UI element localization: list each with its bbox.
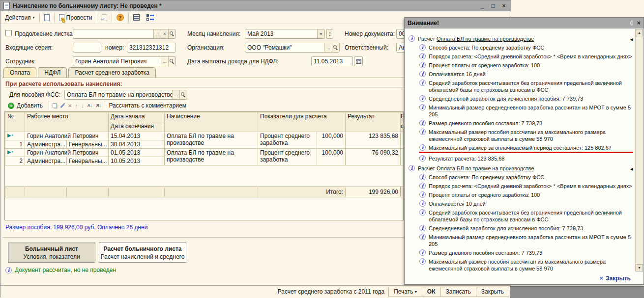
tab-average-earnings[interactable]: Расчет среднего заработка [68,67,156,78]
close-button[interactable]: × [500,2,508,9]
structure-settings-button[interactable] [144,13,156,22]
post-document-button[interactable]: Провести [57,13,95,22]
fss-benefit-field[interactable]: Оплата БЛ по травме на производстве ... [64,90,187,100]
number-field[interactable]: 321312321312 [127,43,176,53]
cell-indicator-value[interactable]: 100,000 [317,132,346,149]
log-line: iПроцент оплаты от среднего заработка: 1… [419,62,633,69]
sort-desc-icon[interactable]: Я↓ [96,103,101,108]
continuation-field[interactable]: ... × [73,29,176,39]
col-header-accrual[interactable]: Начисление [165,112,258,132]
sheet-button-sick-list[interactable]: Больничный лист Условия, показатели [8,243,95,263]
ellipsis-button[interactable]: ... [172,90,179,99]
ellipsis-button[interactable]: ... [324,43,332,52]
search-button[interactable] [332,43,339,52]
cell-date-start[interactable]: 01.05.2013 [109,149,165,157]
undo-posting-button[interactable]: ↩ [99,13,110,22]
edit-row-icon[interactable] [60,103,64,108]
delete-row-icon[interactable]: × [68,103,71,108]
cell-indicator-value[interactable]: 100,000 [317,149,346,165]
incoming-series-field[interactable] [73,43,101,53]
attention-panel-header[interactable]: Внимание! × [405,18,644,28]
cell-work2[interactable]: Генеральны... [67,157,109,165]
scroll-down-icon[interactable]: ▼ [636,264,643,271]
organization-field[interactable]: ООО "Ромашки" ... [245,43,340,53]
close-x-icon[interactable]: × [599,274,603,282]
copy-row-icon[interactable] [53,103,57,108]
col-header-date-start[interactable]: Дата начала [109,112,165,122]
cell-date-end[interactable]: 10.05.2013 [109,157,165,165]
calc-block-header[interactable]: i Расчет Оплата БЛ по травме на производ… [409,165,633,172]
list-settings-button[interactable] [131,13,142,22]
cell-work2[interactable]: Генеральны... [67,140,109,149]
spin-down-icon[interactable]: ▼ [329,34,331,37]
col-header-date-end[interactable]: Дата окончания [109,122,165,132]
print-button[interactable]: Печать ▾ [389,287,422,297]
employee-field[interactable]: Горин Анатолий Петрович ... [73,56,176,66]
cell-result[interactable]: 76 090,32 [346,149,401,165]
ellipsis-button[interactable]: ... [161,57,168,66]
cell-accrual[interactable]: Оплата БЛ по травме на производстве [165,132,258,149]
sheet-button-calculation[interactable]: Расчет больничного листа Расчет начислен… [99,243,186,263]
cell-person[interactable]: Горин Анатолий Петрович [25,149,109,157]
cell-work1[interactable]: Администра... [25,157,67,165]
search-button[interactable] [168,57,176,66]
tab-ndfl[interactable]: НДФЛ [38,67,67,78]
move-down-icon[interactable]: ↓ [81,103,84,108]
col-header-indicators[interactable]: Показатели для расчета [258,112,346,132]
ndfl-date-field[interactable]: 11.05.2013 [311,56,353,66]
collapse-icon[interactable]: ◀ [630,36,633,43]
cell-indicator[interactable]: Процент среднего заработка [258,132,317,149]
cell-work1[interactable]: Администра... [25,140,67,149]
col-header-num[interactable]: № [5,112,25,132]
minimize-button[interactable]: _ [478,2,486,9]
info-icon: i [419,80,426,86]
title-bar[interactable]: Начисление по больничному листу: Не пров… [0,0,511,11]
clear-button[interactable]: × [161,29,168,38]
save-document-button[interactable]: ← [42,13,52,22]
accrual-link[interactable]: Оплата БЛ по травме на производстве [437,165,534,171]
move-up-icon[interactable]: ↑ [75,103,78,108]
pin-icon[interactable] [630,21,633,26]
cell-num[interactable]: 1 [5,140,25,149]
sort-asc-icon[interactable]: А↓ [87,103,92,108]
close-form-button[interactable]: Закрыть [476,287,509,297]
add-row-button[interactable]: + Добавить [5,101,45,110]
table-command-bar: + Добавить × ↑ ↓ А↓ Я↓ Рассчитать с комм… [5,101,186,110]
cell-person[interactable]: Горин Анатолий Петрович [25,132,109,140]
table-row[interactable]: ▶● Горин Анатолий Петрович 01.05.2013 Оп… [5,149,404,157]
cell-date-start[interactable]: 15.04.2013 [109,132,165,140]
table-row[interactable]: ▶● Горин Анатолий Петрович 15.04.2013 Оп… [5,132,404,140]
actions-menu-button[interactable]: Действия ▾ [2,13,37,22]
cell-result[interactable]: 123 835,68 [346,132,401,149]
collapse-icon[interactable]: ◀ [630,166,633,173]
calc-block-header[interactable]: i Расчет Оплата БЛ по травме на производ… [409,35,633,42]
write-button[interactable]: Записать [440,287,476,297]
search-button[interactable] [168,29,176,38]
attention-close-icon[interactable]: × [637,20,641,26]
cell-accrual[interactable]: Оплата БЛ по травме на производстве [165,149,258,165]
combo-arrow-icon[interactable]: ▼ [317,29,324,38]
scrollbar[interactable]: ▲ ▼ [635,29,643,271]
log-line: iСреднедневной заработок для исчисления … [419,225,633,232]
col-header-workplace[interactable]: Рабочее место [25,112,109,132]
cell-date-end[interactable]: 30.04.2013 [109,140,165,149]
cell-num[interactable]: 2 [5,157,25,165]
maximize-button[interactable]: □ [489,2,497,9]
tab-payment[interactable]: Оплата [3,67,36,78]
cell-indicator[interactable]: Процент среднего заработка [258,149,317,165]
help-button[interactable]: ? [114,13,126,22]
month-spinner[interactable]: ▲ ▼ [326,29,333,39]
calendar-button[interactable] [354,56,363,66]
continuation-checkbox[interactable] [5,30,12,36]
add-icon: + [8,103,14,109]
attention-close-link[interactable]: Закрыть [606,275,631,282]
scroll-up-icon[interactable]: ▲ [636,29,643,36]
col-header-result[interactable]: Результат [346,112,401,132]
accrual-link[interactable]: Оплата БЛ по травме на производстве [437,36,534,42]
month-combo[interactable]: Май 2013 ▼ [245,29,325,39]
calculate-with-comment-button[interactable]: Рассчитать с комментарием [109,102,186,109]
search-button[interactable] [179,90,187,99]
ellipsis-button[interactable]: ... [153,29,161,38]
col-header-clipped[interactable]: В [401,112,404,122]
ok-button[interactable]: ОК [422,287,440,297]
